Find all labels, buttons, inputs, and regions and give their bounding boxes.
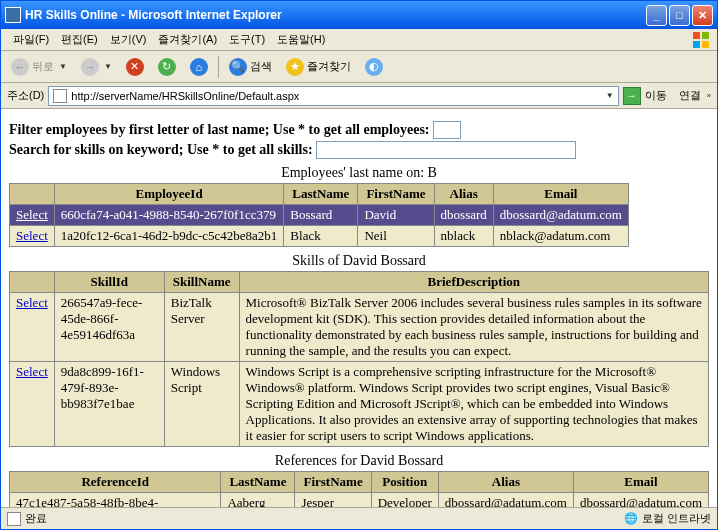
select-link[interactable]: Select <box>16 207 48 222</box>
stop-button[interactable]: ✕ <box>122 56 148 78</box>
cell-id: 660cfa74-a041-4988-8540-267f0f1cc379 <box>54 205 284 226</box>
table-header-row: SkillId SkillName BriefDescription <box>10 272 709 293</box>
stop-icon: ✕ <box>126 58 144 76</box>
svg-rect-2 <box>693 41 700 48</box>
menu-view[interactable]: 보기(V) <box>104 30 153 49</box>
page-content: Filter employees by first letter of last… <box>1 109 717 507</box>
window-controls: _ □ ✕ <box>646 5 713 26</box>
browser-window: HR Skills Online - Microsoft Internet Ex… <box>0 0 718 530</box>
page-icon <box>53 89 67 103</box>
col-lastname: LastName <box>284 184 358 205</box>
cell-skillname: BizTalk Server <box>164 293 239 362</box>
address-url: http://serverName/HRSkillsOnline/Default… <box>71 90 603 102</box>
col-select <box>10 272 55 293</box>
cell-skillid: 266547a9-fece-45de-866f-4e59146df63a <box>54 293 164 362</box>
menu-help[interactable]: 도움말(H) <box>271 30 331 49</box>
back-button[interactable]: ←뒤로▼ <box>7 56 71 78</box>
menu-file[interactable]: 파일(F) <box>7 30 55 49</box>
maximize-button[interactable]: □ <box>669 5 690 26</box>
minimize-button[interactable]: _ <box>646 5 667 26</box>
status-right: 🌐 로컬 인트라넷 <box>624 511 711 526</box>
addressbar: 주소(D) http://serverName/HRSkillsOnline/D… <box>1 83 717 109</box>
search-icon: 🔍 <box>229 58 247 76</box>
back-icon: ← <box>11 58 29 76</box>
forward-button[interactable]: →▼ <box>77 56 116 78</box>
star-icon: ★ <box>286 58 304 76</box>
filter-lastname-input[interactable] <box>433 121 461 139</box>
col-email: Email <box>573 472 708 493</box>
filter-lastname-row: Filter employees by first letter of last… <box>9 121 709 139</box>
employees-caption: Employees' last name on: B <box>9 165 709 181</box>
close-button[interactable]: ✕ <box>692 5 713 26</box>
col-alias: Alias <box>438 472 573 493</box>
cell-email: nblack@adatum.com <box>493 226 628 247</box>
col-skillid: SkillId <box>54 272 164 293</box>
table-row: Select 9da8c899-16f1-479f-893e-bb983f7e1… <box>10 362 709 447</box>
filter-lastname-label: Filter employees by first letter of last… <box>9 122 430 137</box>
window-title: HR Skills Online - Microsoft Internet Ex… <box>25 8 282 22</box>
table-header-row: EmployeeId LastName FirstName Alias Emai… <box>10 184 629 205</box>
select-link[interactable]: Select <box>16 364 48 379</box>
col-firstname: FirstName <box>358 184 434 205</box>
chevron-right-icon[interactable]: » <box>707 91 711 100</box>
menu-favorites[interactable]: 즐겨찾기(A) <box>152 30 223 49</box>
favorites-button[interactable]: ★즐겨찾기 <box>282 56 355 78</box>
media-icon: ◐ <box>365 58 383 76</box>
col-refid: ReferenceId <box>10 472 221 493</box>
svg-rect-3 <box>702 41 709 48</box>
favorites-label: 즐겨찾기 <box>307 59 351 74</box>
chevron-down-icon[interactable]: ▼ <box>606 91 614 100</box>
cell-first: Jesper <box>295 493 371 508</box>
col-pos: Position <box>371 472 438 493</box>
cell-last: Aaberg <box>221 493 295 508</box>
svg-rect-0 <box>693 32 700 39</box>
cell-last: Bossard <box>284 205 358 226</box>
media-button[interactable]: ◐ <box>361 56 387 78</box>
menu-tools[interactable]: 도구(T) <box>223 30 271 49</box>
cell-alias: dbossard <box>434 205 493 226</box>
separator <box>218 56 219 78</box>
refresh-button[interactable]: ↻ <box>154 56 180 78</box>
page-icon <box>7 512 21 526</box>
cell-first: David <box>358 205 434 226</box>
col-email: Email <box>493 184 628 205</box>
table-row: 47c1e487-5a58-48fb-8be4-97cfbe349cb8 Aab… <box>10 493 709 508</box>
address-input[interactable]: http://serverName/HRSkillsOnline/Default… <box>48 86 618 106</box>
col-employeeid: EmployeeId <box>54 184 284 205</box>
col-select <box>10 184 55 205</box>
search-button[interactable]: 🔍검색 <box>225 56 276 78</box>
refresh-icon: ↻ <box>158 58 176 76</box>
col-skillname: SkillName <box>164 272 239 293</box>
cell-email: dbossard@adatum.com <box>573 493 708 508</box>
select-link[interactable]: Select <box>16 228 48 243</box>
svg-rect-1 <box>702 32 709 39</box>
links-label[interactable]: 연결 <box>679 88 701 103</box>
chevron-down-icon: ▼ <box>104 62 112 71</box>
cell-id: 1a20fc12-6ca1-46d2-b9dc-c5c42be8a2b1 <box>54 226 284 247</box>
skills-caption: Skills of David Bossard <box>9 253 709 269</box>
cell-email: dbossard@adatum.com <box>493 205 628 226</box>
status-zone: 로컬 인트라넷 <box>642 511 711 526</box>
table-row: Select 660cfa74-a041-4988-8540-267f0f1cc… <box>10 205 629 226</box>
cell-alias: dbossard@adatum.com <box>438 493 573 508</box>
skills-table: SkillId SkillName BriefDescription Selec… <box>9 271 709 447</box>
cell-refid: 47c1e487-5a58-48fb-8be4-97cfbe349cb8 <box>10 493 221 508</box>
back-label: 뒤로 <box>32 59 54 74</box>
cell-alias: nblack <box>434 226 493 247</box>
col-desc: BriefDescription <box>239 272 708 293</box>
menu-edit[interactable]: 편집(E) <box>55 30 104 49</box>
home-icon: ⌂ <box>190 58 208 76</box>
cell-pos: Developer <box>371 493 438 508</box>
cell-last: Black <box>284 226 358 247</box>
chevron-down-icon: ▼ <box>59 62 67 71</box>
windows-logo-icon <box>691 30 711 50</box>
select-link[interactable]: Select <box>16 295 48 310</box>
toolbar: ←뒤로▼ →▼ ✕ ↻ ⌂ 🔍검색 ★즐겨찾기 ◐ <box>1 51 717 83</box>
table-row: Select 266547a9-fece-45de-866f-4e59146df… <box>10 293 709 362</box>
filter-skill-input[interactable] <box>316 141 576 159</box>
table-header-row: ReferenceId LastName FirstName Position … <box>10 472 709 493</box>
go-button[interactable]: → <box>623 87 641 105</box>
home-button[interactable]: ⌂ <box>186 56 212 78</box>
references-caption: References for David Bossard <box>9 453 709 469</box>
col-last: LastName <box>221 472 295 493</box>
